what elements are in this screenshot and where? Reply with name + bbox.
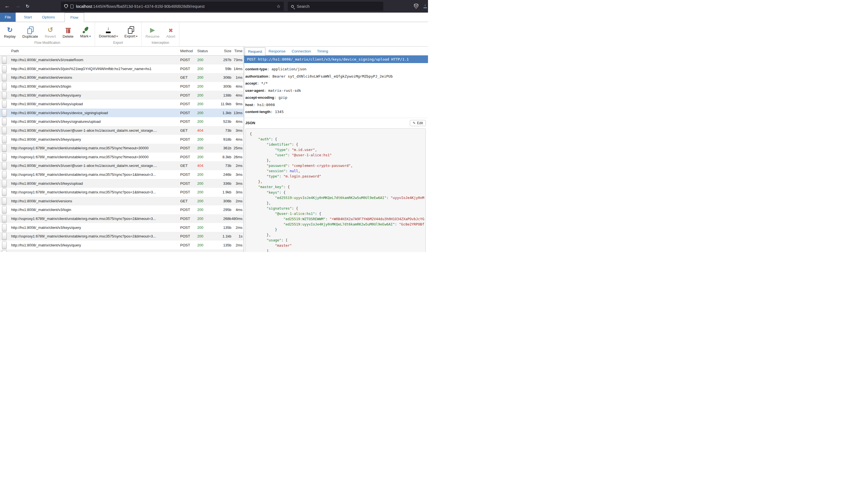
json-line: "type": "m.id.user", (250, 147, 421, 152)
tab-request[interactable]: Request (245, 48, 266, 56)
flow-row[interactable] (0, 250, 244, 252)
flow-row[interactable]: http://hs1:8008/_matrix/client/v3/loginP… (0, 205, 244, 214)
resume-button[interactable]: Resume (145, 25, 159, 39)
flow-row-button[interactable] (2, 74, 7, 81)
flow-row[interactable]: http://hs1:8008/_matrix/client/versionsG… (0, 73, 244, 82)
flow-row-button[interactable] (2, 250, 7, 252)
flow-row[interactable]: http://hs1:8008/_matrix/client/v3/keys/s… (0, 117, 244, 126)
menu-start[interactable]: Start (22, 13, 34, 22)
flow-row[interactable]: http://ssproxy1:6789/_matrix/client/unst… (0, 214, 244, 223)
flow-row[interactable]: http://hs1:8008/_matrix/client/v3/keys/q… (0, 223, 244, 232)
flow-row-button[interactable] (2, 232, 7, 240)
flow-row-button[interactable] (2, 215, 7, 222)
tab-timing[interactable]: Timing (314, 48, 331, 56)
delete-button[interactable]: Delete (63, 25, 73, 39)
json-line: }, (250, 232, 421, 237)
flow-path: http://hs1:8008/_matrix/client/v3/create… (9, 58, 179, 62)
column-header-status[interactable]: Status (195, 49, 210, 53)
back-button[interactable]: ← (4, 3, 10, 10)
flow-status: 200 (195, 137, 210, 142)
downloads-icon[interactable] (423, 3, 427, 8)
flow-row-button[interactable] (2, 56, 7, 64)
flow-row[interactable]: http://ssproxy1:6789/_matrix/client/unst… (0, 152, 244, 162)
tab-response[interactable]: Response (266, 48, 289, 56)
flow-row[interactable]: http://hs1:8008/_matrix/client/v3/loginP… (0, 82, 244, 91)
flow-row-button[interactable] (2, 109, 7, 116)
flow-row-button[interactable] (2, 127, 7, 134)
extension-shield-icon[interactable] (414, 4, 418, 8)
tracking-protection-shield-icon[interactable] (64, 4, 68, 8)
download-icon (106, 27, 111, 34)
revert-button[interactable]: Revert (45, 25, 56, 39)
flow-row-button[interactable] (2, 100, 7, 108)
menu-flow-active-tab[interactable]: Flow (65, 13, 84, 22)
search-bar[interactable] (288, 2, 383, 11)
page-info-icon[interactable] (70, 4, 73, 8)
column-header-time[interactable]: Time (231, 49, 244, 53)
flow-row-button[interactable] (2, 180, 7, 187)
forward-button[interactable]: → (15, 3, 20, 10)
flow-row-button[interactable] (2, 171, 7, 178)
flow-time: 4ms (231, 137, 244, 142)
flow-row[interactable]: http://hs1:8008/_matrix/client/v3/keys/q… (0, 240, 244, 250)
url-host: localhost (76, 4, 92, 8)
flow-row[interactable]: http://hs1:8008/_matrix/client/v3/keys/d… (0, 109, 244, 118)
abort-button[interactable]: Abort (166, 25, 175, 39)
flow-row-button[interactable] (2, 224, 7, 231)
mark-button[interactable]: Mark▾ (80, 24, 91, 39)
flow-row-button[interactable] (2, 92, 7, 99)
flow-size: 73b (210, 128, 231, 132)
button-label: Export▾ (124, 34, 137, 39)
flow-row-button[interactable] (2, 162, 7, 169)
flow-row-button[interactable] (2, 83, 7, 90)
flow-row[interactable]: http://hs1:8008/_matrix/client/v3/keys/q… (0, 91, 244, 100)
flow-status: 200 (195, 67, 210, 71)
column-header-method[interactable]: Method (179, 49, 195, 53)
flow-row[interactable]: http://hs1:8008/_matrix/client/versionsG… (0, 197, 244, 206)
flow-row[interactable]: http://hs1:8008/_matrix/client/v3/create… (0, 56, 244, 65)
menu-options[interactable]: Options (40, 13, 57, 22)
flow-status: 404 (195, 164, 210, 168)
flow-row[interactable]: http://ssproxy1:6789/_matrix/client/unst… (0, 188, 244, 197)
flow-table-header: Path Method Status Size Time (0, 47, 244, 56)
edit-button[interactable]: Edit (410, 120, 426, 126)
flow-row[interactable]: http://hs1:8008/_matrix/client/v3/keys/u… (0, 100, 244, 109)
menu-file[interactable]: File (0, 13, 16, 22)
flow-row-button[interactable] (2, 118, 7, 125)
replay-button[interactable]: Replay (4, 25, 16, 39)
search-input[interactable] (297, 4, 380, 8)
reload-button[interactable]: ↻ (26, 3, 29, 10)
bookmark-star-icon[interactable]: ☆ (277, 4, 280, 9)
export-button[interactable]: Export▾ (124, 24, 137, 39)
json-body[interactable]: { "auth": { "identifier": { "type": "m.i… (245, 128, 426, 252)
tab-connection[interactable]: Connection (289, 48, 314, 56)
flow-row[interactable]: http://hs1:8008/_matrix/client/v3/user/@… (0, 126, 244, 135)
flow-row[interactable]: http://ssproxy1:6789/_matrix/client/unst… (0, 232, 244, 241)
flow-status: 200 (195, 93, 210, 97)
flow-row-button[interactable] (2, 65, 7, 73)
flow-row-button[interactable] (2, 206, 7, 214)
flow-row[interactable]: http://ssproxy1:6789/_matrix/client/unst… (0, 170, 244, 179)
duplicate-button[interactable]: Duplicate (22, 25, 38, 39)
download-button[interactable]: Download▾ (99, 24, 118, 39)
header-row: host: hs1:8008 (245, 101, 426, 109)
json-line: "@user-1-alice:hs1": { (250, 211, 421, 216)
flow-row[interactable]: http://hs1:8008/_matrix/client/v3/user/@… (0, 161, 244, 170)
flow-row-button[interactable] (2, 136, 7, 143)
mitmweb-window: ← → ↻ localhost:1445/#/flows/fba5f13d-91… (0, 0, 428, 252)
flow-row[interactable]: http://ssproxy1:6789/_matrix/client/unst… (0, 144, 244, 152)
column-header-size[interactable]: Size (210, 49, 231, 53)
flow-status: 200 (195, 84, 210, 88)
flow-path: http://hs1:8008/_matrix/client/v3/keys/q… (9, 243, 179, 247)
flow-row[interactable]: http://hs1:8008/_matrix/client/v3/join/%… (0, 65, 244, 73)
flow-row[interactable]: http://hs1:8008/_matrix/client/v3/keys/q… (0, 135, 244, 144)
flow-time: 480ms (231, 217, 244, 221)
url-bar[interactable]: localhost:1445/#/flows/fba5f13d-91e1-437… (61, 2, 284, 11)
flow-row-button[interactable] (2, 188, 7, 196)
flow-row-button[interactable] (2, 153, 7, 161)
column-header-path[interactable]: Path (0, 49, 179, 53)
flow-row-button[interactable] (2, 241, 7, 249)
flow-row-button[interactable] (2, 144, 7, 152)
flow-row-button[interactable] (2, 197, 7, 205)
flow-row[interactable]: http://hs1:8008/_matrix/client/v3/keys/u… (0, 179, 244, 188)
